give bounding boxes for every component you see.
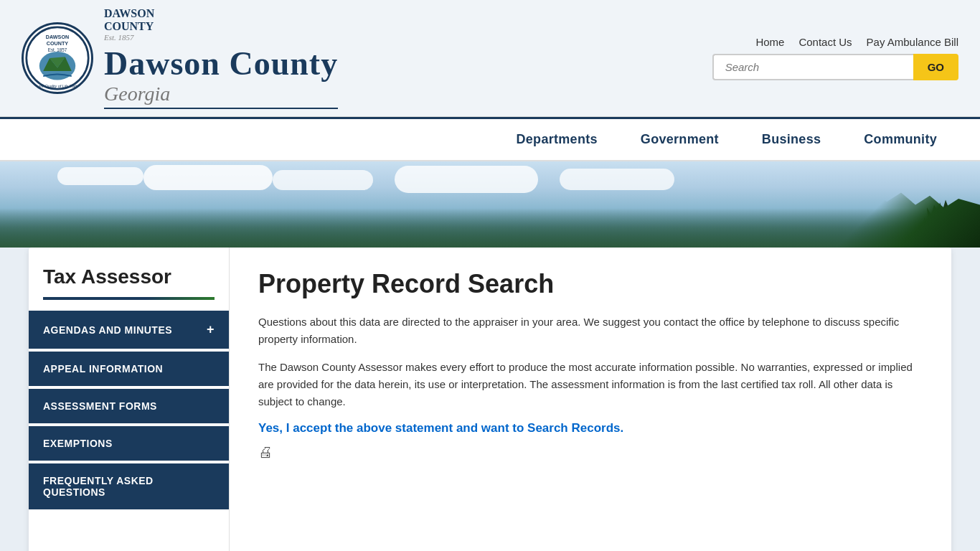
main-content: Property Record Search Questions about t…	[230, 248, 951, 551]
cloud-3	[273, 170, 373, 190]
paragraph-1: Questions about this data are directed t…	[258, 314, 923, 348]
county-georgia-subtitle: Georgia	[104, 83, 338, 109]
header: DAWSON COUNTY Est. 1857 "Where Quality o…	[0, 0, 980, 117]
county-title: DAWSON COUNTY Est. 1857 Dawson County Ge…	[104, 7, 338, 109]
dawson-county-title: Dawson County	[104, 44, 338, 83]
cloud-2	[143, 165, 273, 190]
ambulance-link[interactable]: Pay Ambulance Bill	[867, 36, 958, 48]
cloud-4	[395, 166, 538, 193]
svg-text:"Where Quality of Life Matters: "Where Quality of Life Matters"	[31, 84, 85, 88]
sidebar-item-assessment[interactable]: ASSESSMENT FORMS	[29, 389, 229, 423]
sidebar-item-faq[interactable]: FREQUENTLY ASKED QUESTIONS	[29, 463, 229, 509]
accept-link[interactable]: Yes, I accept the above statement and wa…	[258, 421, 623, 435]
home-link[interactable]: Home	[755, 36, 784, 48]
sidebar-item-agendas[interactable]: AGENDAS AND MINUTES +	[29, 311, 229, 349]
sidebar-item-label-assessment: ASSESSMENT FORMS	[43, 400, 157, 412]
sidebar-item-label-appeal: APPEAL INFORMATION	[43, 363, 163, 375]
contact-link[interactable]: Contact Us	[798, 36, 852, 48]
paragraph-2: The Dawson County Assessor makes every e…	[258, 359, 923, 410]
cloud-5	[560, 169, 674, 190]
nav-business[interactable]: Business	[740, 119, 842, 160]
svg-text:Est. 1857: Est. 1857	[48, 47, 67, 52]
header-top-links: Home Contact Us Pay Ambulance Bill	[755, 36, 958, 48]
logo-area: DAWSON COUNTY Est. 1857 "Where Quality o…	[22, 7, 338, 109]
search-button[interactable]: GO	[913, 54, 958, 80]
sidebar-item-label-agendas: AGENDAS AND MINUTES	[43, 324, 172, 336]
county-est: Est. 1857	[104, 33, 338, 42]
hero-banner	[0, 161, 980, 248]
cloud-1	[57, 167, 143, 185]
county-name-line1: DAWSON	[104, 7, 338, 20]
page-body: Tax Assessor AGENDAS AND MINUTES + APPEA…	[29, 248, 951, 551]
nav-government[interactable]: Government	[619, 119, 740, 160]
county-name-line2: COUNTY	[104, 20, 338, 33]
page-title: Property Record Search	[258, 269, 923, 299]
logo-circle: DAWSON COUNTY Est. 1857 "Where Quality o…	[22, 22, 93, 94]
search-area: GO	[712, 54, 958, 80]
mountain-base	[0, 208, 980, 248]
sidebar-item-appeal[interactable]: APPEAL INFORMATION	[29, 352, 229, 386]
nav-departments[interactable]: Departments	[494, 119, 618, 160]
header-right: Home Contact Us Pay Ambulance Bill GO	[712, 36, 958, 80]
sidebar-item-exemptions[interactable]: EXEMPTIONS	[29, 426, 229, 461]
search-input[interactable]	[712, 54, 913, 80]
sidebar-title: Tax Assessor	[29, 265, 229, 297]
sidebar-item-label-exemptions: EXEMPTIONS	[43, 438, 113, 449]
sidebar-item-label-faq: FREQUENTLY ASKED QUESTIONS	[43, 475, 215, 498]
svg-text:COUNTY: COUNTY	[47, 40, 69, 47]
svg-text:DAWSON: DAWSON	[46, 34, 69, 40]
main-nav: Departments Government Business Communit…	[0, 117, 980, 161]
print-icon[interactable]: 🖨	[258, 444, 273, 460]
sidebar-underline	[43, 297, 215, 300]
sidebar: Tax Assessor AGENDAS AND MINUTES + APPEA…	[29, 248, 230, 551]
plus-icon-agendas: +	[207, 322, 215, 337]
nav-community[interactable]: Community	[842, 119, 958, 160]
